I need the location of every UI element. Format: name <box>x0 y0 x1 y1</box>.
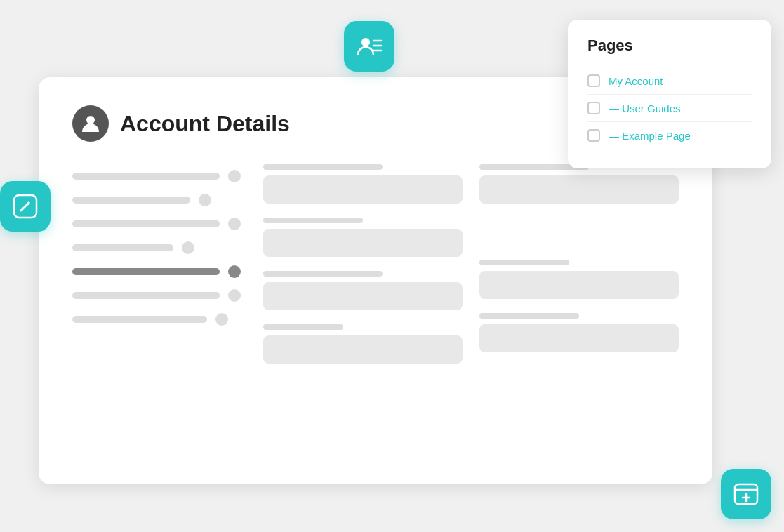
field-block <box>479 164 679 204</box>
field-label <box>263 271 383 277</box>
pages-item-user-guides[interactable]: — User Guides <box>587 95 752 122</box>
form-field-line <box>72 244 173 251</box>
pages-checkbox-user-guides[interactable] <box>587 102 600 114</box>
field-spacer <box>479 218 679 246</box>
form-field-dot <box>182 241 194 254</box>
field-block <box>479 260 679 299</box>
profile-list-icon-button[interactable] <box>344 21 394 72</box>
field-label <box>263 218 363 223</box>
form-field-dot <box>228 170 241 182</box>
pages-item-example-page[interactable]: — Example Page <box>587 122 752 149</box>
field-block <box>479 313 679 352</box>
field-block <box>479 218 679 246</box>
field-input[interactable] <box>479 271 679 299</box>
edit-icon-button[interactable] <box>0 181 51 232</box>
field-input[interactable] <box>263 335 463 364</box>
field-block <box>263 164 463 204</box>
form-row <box>72 194 241 206</box>
form-row <box>72 313 241 326</box>
form-field-line <box>72 316 207 323</box>
svg-point-0 <box>361 38 370 46</box>
pages-item-my-account[interactable]: My Account <box>587 67 752 95</box>
form-row <box>72 170 241 182</box>
field-block <box>263 324 463 364</box>
field-label <box>479 260 569 265</box>
content-area <box>72 164 679 364</box>
field-input[interactable] <box>479 175 679 204</box>
right-col-1 <box>263 164 463 364</box>
pages-link-user-guides[interactable]: — User Guides <box>609 102 681 114</box>
form-field-line <box>72 220 220 227</box>
field-input[interactable] <box>263 229 463 257</box>
svg-point-5 <box>86 116 95 124</box>
form-field-line-active <box>72 268 220 275</box>
form-row <box>72 218 241 230</box>
form-field-dot-active <box>228 265 241 278</box>
form-row <box>72 289 241 302</box>
field-input[interactable] <box>479 324 679 352</box>
form-field-line <box>72 292 220 299</box>
form-row-active <box>72 265 241 278</box>
avatar <box>72 105 109 142</box>
form-field-line <box>72 173 220 180</box>
field-block <box>263 271 463 310</box>
pages-checkbox-my-account[interactable] <box>587 74 600 87</box>
form-field-dot <box>228 289 241 302</box>
pages-panel: Pages My Account — User Guides — Example… <box>568 20 771 168</box>
field-input[interactable] <box>263 175 463 204</box>
form-field-dot <box>228 218 241 230</box>
right-col-2 <box>479 164 679 364</box>
field-input[interactable] <box>263 282 463 310</box>
field-label <box>263 324 343 330</box>
left-form-column <box>72 164 241 364</box>
add-page-icon-button[interactable] <box>721 469 771 519</box>
form-field-line <box>72 197 190 204</box>
pages-link-my-account[interactable]: My Account <box>609 75 663 87</box>
pages-panel-title: Pages <box>587 36 752 55</box>
page-title: Account Details <box>120 111 290 137</box>
field-label <box>263 164 383 170</box>
right-form-area <box>263 164 679 364</box>
form-row <box>72 241 241 254</box>
form-field-dot <box>199 194 211 206</box>
pages-checkbox-example-page[interactable] <box>587 129 600 142</box>
pages-link-example-page[interactable]: — Example Page <box>609 130 691 142</box>
form-field-dot <box>215 313 228 326</box>
field-label <box>479 313 579 319</box>
field-block <box>263 218 463 257</box>
